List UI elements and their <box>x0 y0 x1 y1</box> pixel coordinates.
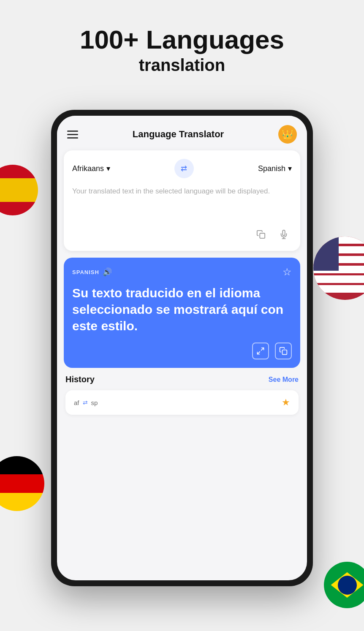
history-header: History See More <box>65 375 299 384</box>
target-chevron-icon: ▾ <box>288 164 292 173</box>
history-target-code: sp <box>91 399 98 406</box>
phone-mockup: Language Translator 👑 Afrikaans ▾ ⇄ Span… <box>51 110 313 586</box>
target-language-selector[interactable]: Spanish ▾ <box>258 164 292 173</box>
result-language-label-group: SPANISH 🔊 <box>72 267 112 277</box>
source-chevron-icon: ▾ <box>106 164 110 173</box>
hero-line1: 100+ Languages <box>80 25 284 54</box>
copy-result-button[interactable] <box>275 343 292 359</box>
brazil-flag-ball <box>324 562 364 608</box>
microphone-button[interactable] <box>276 226 292 242</box>
source-language-label: Afrikaans <box>72 164 104 173</box>
swap-languages-button[interactable]: ⇄ <box>174 159 194 178</box>
phone-screen: Language Translator 👑 Afrikaans ▾ ⇄ Span… <box>57 116 307 580</box>
translation-placeholder-text[interactable]: Your translated text in the selected lan… <box>72 186 292 220</box>
translation-result-card: SPANISH 🔊 ☆ Su texto traducido en el idi… <box>64 258 300 368</box>
translation-input-card: Afrikaans ▾ ⇄ Spanish ▾ Your translated … <box>64 150 300 251</box>
svg-line-4 <box>258 352 260 354</box>
copy-input-button[interactable] <box>253 226 269 242</box>
source-language-selector[interactable]: Afrikaans ▾ <box>72 164 110 173</box>
svg-line-3 <box>261 348 264 351</box>
history-source-code: af <box>74 399 79 406</box>
result-card-actions <box>72 343 292 359</box>
history-section: History See More af ⇄ sp ★ <box>57 375 307 423</box>
usa-flag-ball <box>313 237 364 300</box>
see-more-button[interactable]: See More <box>269 376 299 383</box>
phone-frame: Language Translator 👑 Afrikaans ▾ ⇄ Span… <box>51 110 313 586</box>
app-title: Language Translator <box>133 129 224 140</box>
favorite-button[interactable]: ☆ <box>283 266 292 278</box>
app-header: Language Translator 👑 <box>57 116 307 150</box>
menu-button[interactable] <box>67 131 78 139</box>
svg-rect-0 <box>260 233 265 238</box>
spain-flag-ball <box>0 165 38 215</box>
history-item[interactable]: af ⇄ sp ★ <box>65 390 299 415</box>
hero-section: 100+ Languages translation <box>80 25 284 75</box>
result-language-label: SPANISH <box>72 269 99 275</box>
hero-line2: translation <box>80 56 284 75</box>
result-card-header: SPANISH 🔊 ☆ <box>72 266 292 278</box>
input-card-actions <box>72 226 292 242</box>
history-swap-icon: ⇄ <box>83 399 88 406</box>
language-selector-row: Afrikaans ▾ ⇄ Spanish ▾ <box>72 159 292 178</box>
premium-button[interactable]: 👑 <box>278 125 297 144</box>
speaker-icon[interactable]: 🔊 <box>103 267 112 277</box>
history-title: History <box>65 375 95 384</box>
result-translated-text: Su texto traducido en el idioma seleccio… <box>72 285 292 334</box>
history-langs: af ⇄ sp <box>74 399 98 406</box>
crown-icon: 👑 <box>282 129 293 140</box>
fullscreen-button[interactable] <box>252 343 269 359</box>
germany-flag-ball <box>0 456 44 511</box>
history-favorite-icon[interactable]: ★ <box>282 397 290 408</box>
svg-rect-5 <box>283 350 287 355</box>
target-language-label: Spanish <box>258 164 285 173</box>
